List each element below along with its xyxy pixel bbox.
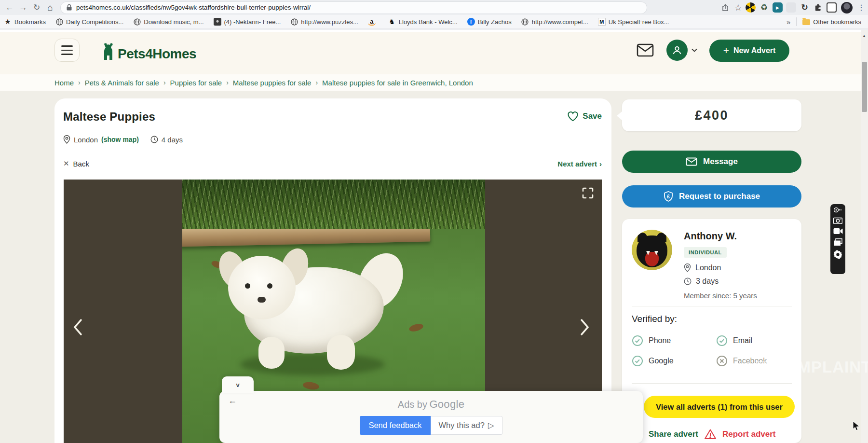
bookmark-item[interactable]: (4) -Nektarin- Free... xyxy=(214,18,281,26)
bookmark-star-icon[interactable]: ☆ xyxy=(734,2,742,13)
seller-location: London xyxy=(695,263,721,272)
share-advert-button[interactable]: Share advert xyxy=(649,429,698,439)
seller-advert-age: 3 days xyxy=(696,277,719,286)
mail-icon xyxy=(686,157,697,166)
carousel-prev-button[interactable] xyxy=(72,318,83,336)
x-circle-icon xyxy=(716,355,728,367)
breadcrumb-puppies[interactable]: Puppies for sale xyxy=(170,79,222,87)
ad-collapse-tab[interactable]: v xyxy=(222,376,254,393)
scrollbar[interactable]: ▲ xyxy=(861,30,868,443)
pin-icon xyxy=(684,263,691,272)
svg-text:£: £ xyxy=(667,194,670,199)
horse-icon: ♞ xyxy=(388,18,396,26)
browser-menu-icon[interactable]: ⋮ xyxy=(857,3,865,12)
bookmark-item[interactable]: http://www.puzzles... xyxy=(290,18,358,26)
ads-by-google-label: Ads by Google xyxy=(219,398,643,411)
share-icon[interactable] xyxy=(721,4,730,12)
adchoices-icon: ▷ xyxy=(488,421,494,430)
account-menu[interactable] xyxy=(666,40,697,61)
pets4homes-logo[interactable]: Pets4Homes xyxy=(97,41,196,61)
bookmark-item[interactable]: Daily Competitions... xyxy=(55,18,123,26)
divider xyxy=(796,17,797,26)
chevron-down-icon xyxy=(692,48,697,52)
video-record-icon[interactable] xyxy=(833,228,843,235)
bookmarks-overflow-chevron[interactable]: » xyxy=(787,18,790,26)
browser-profile-avatar[interactable] xyxy=(841,2,853,14)
refresh-icon[interactable]: ↻ xyxy=(30,1,43,14)
globe-icon xyxy=(521,18,529,26)
extension-radiation-icon[interactable] xyxy=(746,2,756,13)
verified-google: Google xyxy=(632,355,674,367)
seller-name: Anthony W. xyxy=(684,231,737,242)
extension-sync-icon[interactable]: ↻ xyxy=(800,2,810,13)
scrollbar-thumb[interactable] xyxy=(862,62,867,112)
forward-icon[interactable]: → xyxy=(16,1,30,14)
listing-location: London xyxy=(74,136,98,144)
extension-play-icon[interactable]: ▶ xyxy=(773,2,783,13)
facebook-icon: f xyxy=(467,18,475,26)
next-advert-link[interactable]: Next advert › xyxy=(557,160,602,168)
breadcrumb-pets-animals[interactable]: Pets & Animals for sale xyxy=(85,79,159,87)
request-to-purchase-button[interactable]: £ Request to purchase xyxy=(622,185,801,208)
globe-icon xyxy=(290,18,298,26)
scroll-up-arrow[interactable]: ▲ xyxy=(862,34,866,38)
menu-button[interactable] xyxy=(54,39,80,62)
price-value: £400 xyxy=(695,108,729,123)
verified-by-title: Verified by: xyxy=(632,314,677,324)
bookmark-item-amazon[interactable]: a xyxy=(368,18,379,26)
other-bookmarks[interactable]: Other bookmarks xyxy=(802,18,861,26)
back-icon[interactable]: ← xyxy=(3,1,16,14)
bookmark-item[interactable]: MUk SpecialFree Box... xyxy=(598,18,669,26)
message-button[interactable]: Message xyxy=(622,151,801,173)
extension-inactive-icon[interactable] xyxy=(786,2,796,13)
breadcrumb-separator: › xyxy=(163,79,166,86)
bookmark-item[interactable]: http://www.compet... xyxy=(521,18,588,26)
close-icon: ✕ xyxy=(63,159,69,168)
capture-toolbar xyxy=(830,204,845,274)
bookmark-item[interactable]: ♞Lloyds Bank - Welc... xyxy=(388,18,458,26)
heart-icon xyxy=(567,111,579,122)
why-this-ad-button[interactable]: Why this ad? ▷ xyxy=(431,416,502,435)
page-body: Maltese Puppies Save London (show map) 4… xyxy=(0,91,861,443)
new-advert-button[interactable]: + New Advert xyxy=(709,40,789,62)
clock-icon xyxy=(684,277,692,285)
layers-icon[interactable] xyxy=(834,238,842,246)
site-header: Pets4Homes + New Advert xyxy=(0,32,861,74)
star-icon: ★ xyxy=(4,18,12,26)
bookmark-item[interactable]: fBilly Zachos xyxy=(467,18,512,26)
extension-tab-icon[interactable] xyxy=(827,2,837,13)
check-circle-icon xyxy=(632,355,643,367)
browser-chrome: ← → ↻ ⌂ pets4homes.co.uk/classifieds/nw5… xyxy=(0,0,868,30)
bookmark-item[interactable]: ★Bookmarks xyxy=(4,18,46,26)
bookmark-item[interactable]: Download music, m... xyxy=(133,18,203,26)
price-bubble: £400 xyxy=(622,99,801,131)
breadcrumb: Home › Pets & Animals for sale › Puppies… xyxy=(0,74,861,91)
seller-avatar[interactable] xyxy=(632,230,672,270)
carousel-next-button[interactable] xyxy=(580,318,590,336)
fullscreen-icon[interactable] xyxy=(582,187,594,199)
check-circle-icon xyxy=(716,335,728,346)
account-avatar xyxy=(666,40,688,61)
report-advert-button[interactable]: Report advert xyxy=(722,429,776,439)
save-button[interactable]: Save xyxy=(567,111,602,122)
screenshot-camera-icon[interactable] xyxy=(833,217,842,224)
mail-icon xyxy=(637,43,654,57)
capture-logo-icon[interactable] xyxy=(834,207,842,213)
breadcrumb-current: Maltese puppies for sale in Greenwich, L… xyxy=(322,79,473,87)
globe-icon xyxy=(55,18,63,26)
address-bar[interactable]: pets4homes.co.uk/classifieds/nw5gov4wk-s… xyxy=(61,2,647,14)
breadcrumb-maltese[interactable]: Maltese puppies for sale xyxy=(233,79,312,87)
back-link[interactable]: ✕ Back xyxy=(63,159,89,168)
bookmarks-bar: ★Bookmarks Daily Competitions... Downloa… xyxy=(0,15,868,29)
extension-recycle-icon[interactable]: ♻ xyxy=(759,2,769,13)
extensions-puzzle-icon[interactable] xyxy=(813,2,823,13)
show-map-link[interactable]: (show map) xyxy=(101,136,139,143)
lock-icon xyxy=(67,4,72,11)
home-icon[interactable]: ⌂ xyxy=(43,1,57,14)
divider xyxy=(632,306,792,306)
view-all-adverts-button[interactable]: View all adverts (1) from this user xyxy=(644,396,795,418)
send-feedback-button[interactable]: Send feedback xyxy=(360,416,430,435)
messages-button[interactable] xyxy=(637,43,654,57)
settings-gear-icon[interactable] xyxy=(833,250,842,259)
breadcrumb-home[interactable]: Home xyxy=(54,79,74,87)
